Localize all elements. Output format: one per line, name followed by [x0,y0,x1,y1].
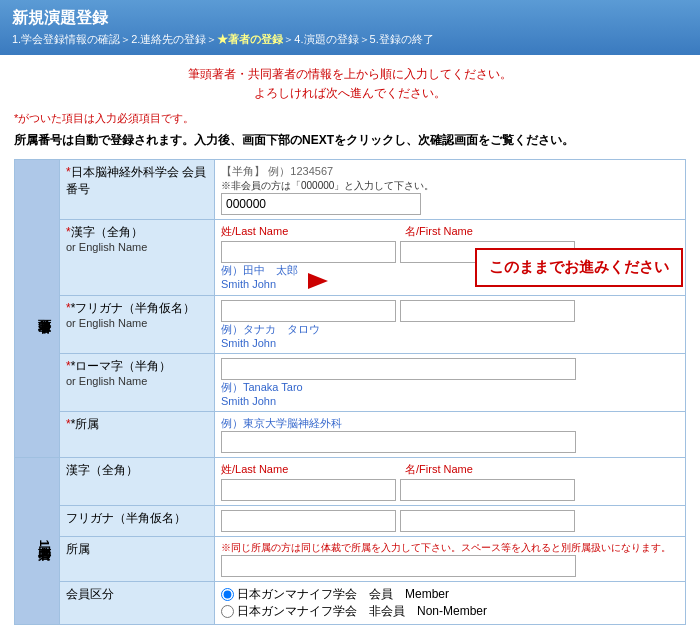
kanji-example1: 例）田中 太郎 [221,263,298,278]
coauthor-affiliation-input-cell: ※同じ所属の方は同じ体裁で所属を入力して下さい。スペース等を入れると別所属扱いに… [215,537,686,582]
breadcrumb: 1.学会登録情報の確認＞2.連絡先の登録＞★著者の登録＞4.演題の登録＞5.登録… [12,32,688,47]
kanji-example2: Smith John [221,278,298,290]
required-note: *がついた項目は入力必須項目です。 [14,111,686,126]
kanji-name-row: *漢字（全角） or English Name 姓/Last Name 名/Fi… [15,220,686,296]
coauthor-affiliation-input[interactable] [221,555,576,577]
kanji-col-first: 名/First Name [405,224,473,239]
coauthor-kanji-first-input[interactable] [400,479,575,501]
affiliation-example: 例）東京大学脳神経外科 [221,416,679,431]
kanji-name-label-cell: *漢字（全角） or English Name [60,220,215,296]
coauthor-col-last: 姓/Last Name [221,462,401,477]
red-arrow-icon [308,273,328,289]
kanji-last-name-input[interactable] [221,241,396,263]
kanji-col-last: 姓/Last Name [221,224,401,239]
roman-name-input-cell: 例）Tanaka Taro Smith John [215,354,686,412]
member-radio[interactable] [221,588,234,601]
coauthor-kana-first-input[interactable] [400,510,575,532]
nonmember-radio[interactable] [221,605,234,618]
affiliation-input[interactable] [221,431,576,453]
member-bracket: 【半角】 [221,165,265,177]
roman-example1: 例）Tanaka Taro [221,380,679,395]
member-number-label: 日本脳神経外科学会 会員番号 [66,165,206,196]
coauthor-kana-row: フリガナ（半角仮名） [15,506,686,537]
coauthor-member-type-row: 会員区分 日本ガンマナイフ学会 会員 Member 日本ガンマナイフ学会 非会員… [15,582,686,625]
roman-name-input[interactable] [221,358,576,380]
kana-name-label: *フリガナ（半角仮名） [71,301,196,315]
affiliation-label: *所属 [71,417,100,431]
roman-name-label-sub: or English Name [66,375,208,387]
auto-note: 所属番号は自動で登録されます。入力後、画面下部のNEXTをクリックし、次確認画面… [14,132,686,149]
nonmember-radio-label[interactable]: 日本ガンマナイフ学会 非会員 Non-Member [221,603,679,620]
form-table: 筆頭著者 *日本脳神経外科学会 会員番号 【半角】 例）1234567 ※非会員… [14,159,686,625]
coauthor-affiliation-label-cell: 所属 [60,537,215,582]
member-example: 例）1234567 [268,165,333,177]
coauthor-kanji-last-input[interactable] [221,479,396,501]
coauthor-member-type-label-cell: 会員区分 [60,582,215,625]
breadcrumb-current: ★著者の登録 [217,33,283,45]
kana-name-label-cell: **フリガナ（半角仮名） or English Name [60,296,215,354]
header: 新規演題登録 1.学会登録情報の確認＞2.連絡先の登録＞★著者の登録＞4.演題の… [0,0,700,55]
coauthor-kanji-label-cell: 漢字（全角） [60,458,215,506]
coauthor-col-first: 名/First Name [405,462,473,477]
callout-box: このままでお進みください [475,248,683,287]
member-radio-label[interactable]: 日本ガンマナイフ学会 会員 Member [221,586,679,603]
instruction-box: 筆頭著者・共同著者の情報を上から順に入力してください。 よろしければ次へ進んでく… [14,65,686,103]
member-number-label-cell: *日本脳神経外科学会 会員番号 [60,160,215,220]
roman-name-label-cell: **ローマ字（半角） or English Name [60,354,215,412]
kana-last-name-input[interactable] [221,300,396,322]
coauthor-kana-label-cell: フリガナ（半角仮名） [60,506,215,537]
coauthor-member-type-input-cell: 日本ガンマナイフ学会 会員 Member 日本ガンマナイフ学会 非会員 Non-… [215,582,686,625]
coauthor-affiliation-label: 所属 [66,542,90,556]
coauthor-affiliation-row: 所属 ※同じ所属の方は同じ体裁で所属を入力して下さい。スペース等を入れると別所属… [15,537,686,582]
kana-example2: Smith John [221,337,679,349]
first-author-section: 筆頭著者 [15,160,60,458]
main-content: 筆頭著者・共同著者の情報を上から順に入力してください。 よろしければ次へ進んでく… [0,55,700,626]
instruction-line1: 筆頭著者・共同著者の情報を上から順に入力してください。 [14,65,686,84]
kana-first-name-input[interactable] [400,300,575,322]
kana-name-label-sub: or English Name [66,317,208,329]
coauthor-kana-label: フリガナ（半角仮名） [66,511,186,525]
callout-text: このままでお進みください [489,258,669,275]
coauthor-member-type-label: 会員区分 [66,587,114,601]
coauthor-header-row: 共同著者 1 漢字（全角） 姓/Last Name 名/First Name [15,458,686,506]
instruction-line2: よろしければ次へ進んでください。 [14,84,686,103]
affiliation-input-cell: 例）東京大学脳神経外科 [215,412,686,458]
kanji-name-label-sub: or English Name [66,241,208,253]
page-title: 新規演題登録 [12,8,688,29]
kanji-name-input-cell: 姓/Last Name 名/First Name 例）田中 太郎 Smith J… [215,220,686,296]
kana-name-row: **フリガナ（半角仮名） or English Name 例）タナカ タロウ S… [15,296,686,354]
coauthor-kanji-input-cell: 姓/Last Name 名/First Name [215,458,686,506]
member-nonmember-note: ※非会員の方は「000000」と入力して下さい。 [221,179,679,193]
affiliation-label-cell: **所属 [60,412,215,458]
nonmember-radio-text: 日本ガンマナイフ学会 非会員 Non-Member [237,603,487,620]
coauthor-kanji-label: 漢字（全角） [66,463,138,477]
page-wrapper: 新規演題登録 1.学会登録情報の確認＞2.連絡先の登録＞★著者の登録＞4.演題の… [0,0,700,626]
affiliation-row: **所属 例）東京大学脳神経外科 [15,412,686,458]
coauthor-affiliation-note: ※同じ所属の方は同じ体裁で所属を入力して下さい。スペース等を入れると別所属扱いに… [221,541,679,555]
member-number-input-cell: 【半角】 例）1234567 ※非会員の方は「000000」と入力して下さい。 [215,160,686,220]
coauthor-kana-input-cell [215,506,686,537]
kana-name-input-cell: 例）タナカ タロウ Smith John [215,296,686,354]
kanji-name-label: 漢字（全角） [71,225,143,239]
member-number-input[interactable] [221,193,421,215]
member-number-row: 筆頭著者 *日本脳神経外科学会 会員番号 【半角】 例）1234567 ※非会員… [15,160,686,220]
member-radio-text: 日本ガンマナイフ学会 会員 Member [237,586,449,603]
kana-example1: 例）タナカ タロウ [221,322,679,337]
roman-name-label: *ローマ字（半角） [71,359,172,373]
roman-name-row: **ローマ字（半角） or English Name 例）Tanaka Taro… [15,354,686,412]
coauthor-kana-last-input[interactable] [221,510,396,532]
roman-example2: Smith John [221,395,679,407]
coauthor-section: 共同著者 1 [15,458,60,625]
